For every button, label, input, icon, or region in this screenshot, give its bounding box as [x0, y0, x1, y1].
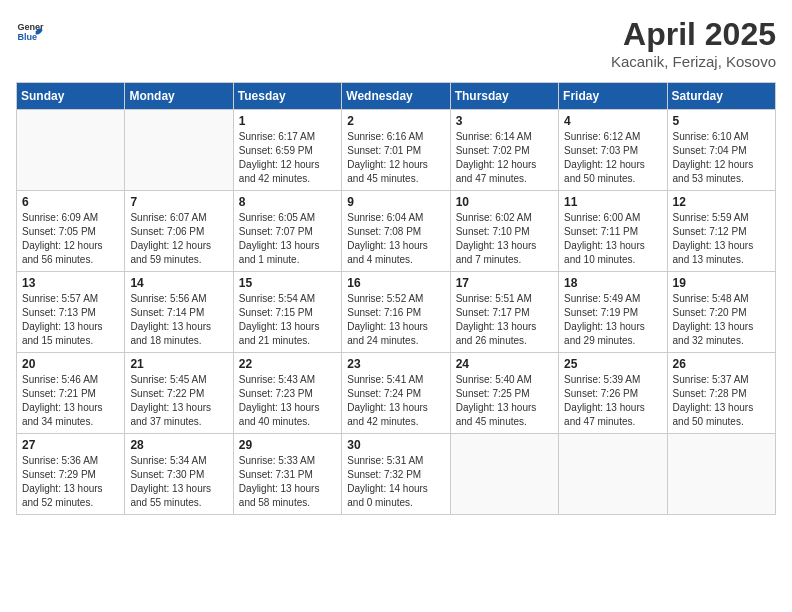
title-location: Kacanik, Ferizaj, Kosovo — [611, 53, 776, 70]
week-row-1: 6Sunrise: 6:09 AM Sunset: 7:05 PM Daylig… — [17, 191, 776, 272]
day-number: 12 — [673, 195, 770, 209]
day-info: Sunrise: 6:10 AM Sunset: 7:04 PM Dayligh… — [673, 130, 770, 186]
weekday-header-thursday: Thursday — [450, 83, 558, 110]
day-number: 6 — [22, 195, 119, 209]
week-row-0: 1Sunrise: 6:17 AM Sunset: 6:59 PM Daylig… — [17, 110, 776, 191]
day-number: 29 — [239, 438, 336, 452]
logo-icon: General Blue — [16, 16, 44, 44]
logo: General Blue — [16, 16, 44, 44]
day-number: 27 — [22, 438, 119, 452]
day-number: 21 — [130, 357, 227, 371]
day-cell-10: 10Sunrise: 6:02 AM Sunset: 7:10 PM Dayli… — [450, 191, 558, 272]
day-info: Sunrise: 5:54 AM Sunset: 7:15 PM Dayligh… — [239, 292, 336, 348]
day-info: Sunrise: 6:04 AM Sunset: 7:08 PM Dayligh… — [347, 211, 444, 267]
day-cell-23: 23Sunrise: 5:41 AM Sunset: 7:24 PM Dayli… — [342, 353, 450, 434]
day-cell-7: 7Sunrise: 6:07 AM Sunset: 7:06 PM Daylig… — [125, 191, 233, 272]
day-number: 5 — [673, 114, 770, 128]
day-cell-13: 13Sunrise: 5:57 AM Sunset: 7:13 PM Dayli… — [17, 272, 125, 353]
day-info: Sunrise: 5:45 AM Sunset: 7:22 PM Dayligh… — [130, 373, 227, 429]
weekday-header-sunday: Sunday — [17, 83, 125, 110]
week-row-3: 20Sunrise: 5:46 AM Sunset: 7:21 PM Dayli… — [17, 353, 776, 434]
empty-cell — [667, 434, 775, 515]
day-cell-15: 15Sunrise: 5:54 AM Sunset: 7:15 PM Dayli… — [233, 272, 341, 353]
weekday-header-wednesday: Wednesday — [342, 83, 450, 110]
day-info: Sunrise: 5:33 AM Sunset: 7:31 PM Dayligh… — [239, 454, 336, 510]
day-info: Sunrise: 5:48 AM Sunset: 7:20 PM Dayligh… — [673, 292, 770, 348]
day-cell-20: 20Sunrise: 5:46 AM Sunset: 7:21 PM Dayli… — [17, 353, 125, 434]
day-number: 3 — [456, 114, 553, 128]
day-info: Sunrise: 5:49 AM Sunset: 7:19 PM Dayligh… — [564, 292, 661, 348]
day-cell-4: 4Sunrise: 6:12 AM Sunset: 7:03 PM Daylig… — [559, 110, 667, 191]
day-number: 24 — [456, 357, 553, 371]
day-number: 13 — [22, 276, 119, 290]
weekday-header-row: SundayMondayTuesdayWednesdayThursdayFrid… — [17, 83, 776, 110]
day-info: Sunrise: 5:41 AM Sunset: 7:24 PM Dayligh… — [347, 373, 444, 429]
day-cell-26: 26Sunrise: 5:37 AM Sunset: 7:28 PM Dayli… — [667, 353, 775, 434]
day-cell-19: 19Sunrise: 5:48 AM Sunset: 7:20 PM Dayli… — [667, 272, 775, 353]
title-block: April 2025 Kacanik, Ferizaj, Kosovo — [611, 16, 776, 70]
day-info: Sunrise: 5:46 AM Sunset: 7:21 PM Dayligh… — [22, 373, 119, 429]
day-number: 10 — [456, 195, 553, 209]
day-number: 25 — [564, 357, 661, 371]
day-info: Sunrise: 5:34 AM Sunset: 7:30 PM Dayligh… — [130, 454, 227, 510]
day-number: 16 — [347, 276, 444, 290]
weekday-header-tuesday: Tuesday — [233, 83, 341, 110]
day-number: 14 — [130, 276, 227, 290]
day-cell-5: 5Sunrise: 6:10 AM Sunset: 7:04 PM Daylig… — [667, 110, 775, 191]
day-cell-30: 30Sunrise: 5:31 AM Sunset: 7:32 PM Dayli… — [342, 434, 450, 515]
weekday-header-friday: Friday — [559, 83, 667, 110]
day-cell-29: 29Sunrise: 5:33 AM Sunset: 7:31 PM Dayli… — [233, 434, 341, 515]
day-cell-28: 28Sunrise: 5:34 AM Sunset: 7:30 PM Dayli… — [125, 434, 233, 515]
day-info: Sunrise: 6:17 AM Sunset: 6:59 PM Dayligh… — [239, 130, 336, 186]
day-number: 7 — [130, 195, 227, 209]
day-cell-21: 21Sunrise: 5:45 AM Sunset: 7:22 PM Dayli… — [125, 353, 233, 434]
day-cell-18: 18Sunrise: 5:49 AM Sunset: 7:19 PM Dayli… — [559, 272, 667, 353]
day-info: Sunrise: 6:02 AM Sunset: 7:10 PM Dayligh… — [456, 211, 553, 267]
day-cell-14: 14Sunrise: 5:56 AM Sunset: 7:14 PM Dayli… — [125, 272, 233, 353]
title-month: April 2025 — [611, 16, 776, 53]
day-info: Sunrise: 6:00 AM Sunset: 7:11 PM Dayligh… — [564, 211, 661, 267]
day-number: 1 — [239, 114, 336, 128]
day-number: 17 — [456, 276, 553, 290]
day-info: Sunrise: 5:37 AM Sunset: 7:28 PM Dayligh… — [673, 373, 770, 429]
day-info: Sunrise: 6:05 AM Sunset: 7:07 PM Dayligh… — [239, 211, 336, 267]
empty-cell — [125, 110, 233, 191]
day-cell-16: 16Sunrise: 5:52 AM Sunset: 7:16 PM Dayli… — [342, 272, 450, 353]
day-number: 9 — [347, 195, 444, 209]
day-info: Sunrise: 5:59 AM Sunset: 7:12 PM Dayligh… — [673, 211, 770, 267]
day-cell-25: 25Sunrise: 5:39 AM Sunset: 7:26 PM Dayli… — [559, 353, 667, 434]
day-number: 18 — [564, 276, 661, 290]
day-number: 26 — [673, 357, 770, 371]
day-cell-27: 27Sunrise: 5:36 AM Sunset: 7:29 PM Dayli… — [17, 434, 125, 515]
empty-cell — [450, 434, 558, 515]
weekday-header-monday: Monday — [125, 83, 233, 110]
day-info: Sunrise: 6:16 AM Sunset: 7:01 PM Dayligh… — [347, 130, 444, 186]
day-info: Sunrise: 5:39 AM Sunset: 7:26 PM Dayligh… — [564, 373, 661, 429]
day-cell-3: 3Sunrise: 6:14 AM Sunset: 7:02 PM Daylig… — [450, 110, 558, 191]
day-cell-9: 9Sunrise: 6:04 AM Sunset: 7:08 PM Daylig… — [342, 191, 450, 272]
day-cell-2: 2Sunrise: 6:16 AM Sunset: 7:01 PM Daylig… — [342, 110, 450, 191]
day-info: Sunrise: 5:36 AM Sunset: 7:29 PM Dayligh… — [22, 454, 119, 510]
day-cell-6: 6Sunrise: 6:09 AM Sunset: 7:05 PM Daylig… — [17, 191, 125, 272]
svg-text:Blue: Blue — [17, 32, 37, 42]
day-number: 23 — [347, 357, 444, 371]
day-cell-1: 1Sunrise: 6:17 AM Sunset: 6:59 PM Daylig… — [233, 110, 341, 191]
day-cell-8: 8Sunrise: 6:05 AM Sunset: 7:07 PM Daylig… — [233, 191, 341, 272]
day-info: Sunrise: 6:14 AM Sunset: 7:02 PM Dayligh… — [456, 130, 553, 186]
week-row-4: 27Sunrise: 5:36 AM Sunset: 7:29 PM Dayli… — [17, 434, 776, 515]
day-cell-24: 24Sunrise: 5:40 AM Sunset: 7:25 PM Dayli… — [450, 353, 558, 434]
weekday-header-saturday: Saturday — [667, 83, 775, 110]
day-number: 8 — [239, 195, 336, 209]
empty-cell — [559, 434, 667, 515]
day-info: Sunrise: 6:12 AM Sunset: 7:03 PM Dayligh… — [564, 130, 661, 186]
day-info: Sunrise: 6:07 AM Sunset: 7:06 PM Dayligh… — [130, 211, 227, 267]
day-number: 2 — [347, 114, 444, 128]
day-number: 22 — [239, 357, 336, 371]
day-number: 20 — [22, 357, 119, 371]
week-row-2: 13Sunrise: 5:57 AM Sunset: 7:13 PM Dayli… — [17, 272, 776, 353]
day-info: Sunrise: 5:57 AM Sunset: 7:13 PM Dayligh… — [22, 292, 119, 348]
day-info: Sunrise: 6:09 AM Sunset: 7:05 PM Dayligh… — [22, 211, 119, 267]
day-info: Sunrise: 5:52 AM Sunset: 7:16 PM Dayligh… — [347, 292, 444, 348]
day-number: 19 — [673, 276, 770, 290]
day-cell-11: 11Sunrise: 6:00 AM Sunset: 7:11 PM Dayli… — [559, 191, 667, 272]
